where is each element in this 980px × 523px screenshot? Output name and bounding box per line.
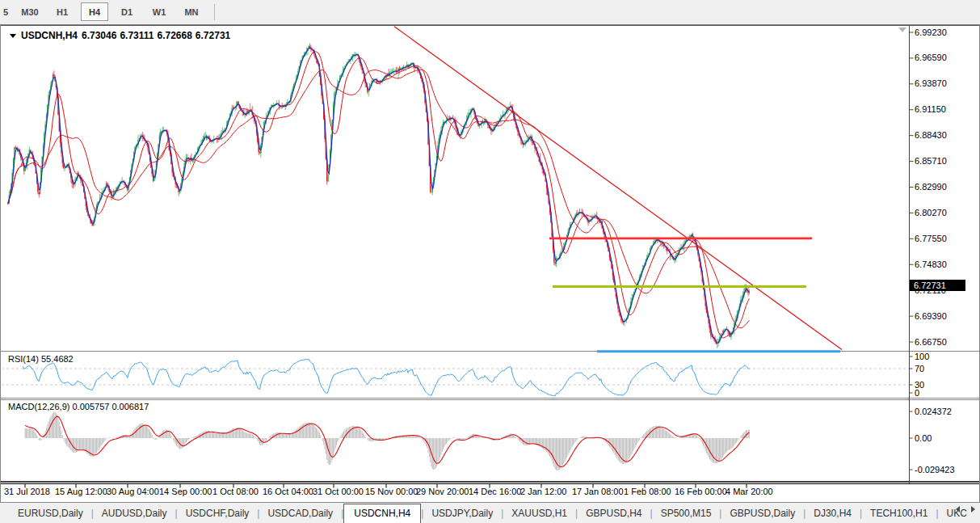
chart-title: USDCNH,H4 6.73046 6.73111 6.72668 6.7273… — [10, 30, 230, 41]
date-axis-label: 31 Oct 00:00 — [313, 487, 364, 496]
rsi-scale-label: 0 — [915, 388, 919, 398]
chart-tab-usdcad-daily[interactable]: USDCAD,Daily — [259, 504, 341, 522]
date-axis-label: 2 Jan 12:00 — [520, 487, 567, 496]
price-axis-label: 6.96590 — [915, 53, 947, 62]
rsi-name: RSI(14) — [8, 354, 39, 364]
price-axis-label: 6.88430 — [915, 130, 947, 140]
chart-tab-sp500-m15[interactable]: SP500,M15 — [653, 504, 720, 522]
date-axis-label: 1 Feb 08:00 — [624, 487, 671, 496]
chart-tab-dj30-h4[interactable]: DJ30,H4 — [805, 504, 860, 522]
macd-signal-line — [25, 416, 749, 466]
price-axis-label: 6.91150 — [915, 104, 946, 114]
ma-fast-line — [8, 52, 749, 338]
date-axis-label: 16 Oct 04:00 — [263, 487, 313, 496]
rsi-line — [23, 359, 750, 396]
rsi-scale-label: 70 — [915, 364, 924, 373]
rsi-value: 55.4682 — [41, 354, 74, 364]
macd-scale-label: 0.00 — [915, 433, 932, 443]
date-axis-label: 15 Aug 12:00 — [55, 487, 107, 496]
date-axis-label: 15 Nov 00:00 — [365, 487, 418, 496]
date-axis-label: 16 Feb 00:00 — [675, 487, 727, 496]
chart-tab-gbpusd-h4[interactable]: GBPUSD,H4 — [578, 504, 650, 522]
price-axis-label: 6.99230 — [915, 27, 947, 37]
symbol-tab-bar: EURUSD,Daily|AUDUSD,Daily|USDCHF,Daily|U… — [0, 502, 980, 523]
macd-scale-label: -0.029423 — [915, 465, 955, 474]
ma-blue-line — [8, 48, 749, 343]
price-axis-label: 6.82990 — [915, 182, 947, 192]
tab-scroll-arrows — [956, 506, 975, 512]
date-axis-label: 1 Oct 08:00 — [212, 487, 259, 496]
date-axis-label: 14 Dec 16:00 — [469, 487, 521, 496]
chart-tab-usdcnh-h4[interactable]: USDCNH,H4 — [343, 504, 421, 523]
price-axis-label: 6.66750 — [915, 337, 947, 347]
ma-slow-line — [8, 70, 749, 328]
candles-layer — [7, 44, 750, 348]
ohlc-open: 6.73046 — [82, 30, 116, 41]
chart-tab-xauusd-h1[interactable]: XAUUSD,H1 — [503, 504, 575, 522]
tabs-scroll-right-icon[interactable] — [971, 506, 975, 512]
mt4-terminal: 5M30H1H4D1W1MN USDCNH,H4 6.73046 6.73111… — [0, 0, 980, 523]
chart-shift-marker[interactable] — [898, 27, 906, 32]
macd-label: MACD(12,26,9) 0.005757 0.006817 — [8, 402, 149, 411]
chevron-down-icon[interactable] — [10, 34, 16, 38]
macd-value-main: 0.005757 — [72, 402, 109, 411]
tabs-scroll-left-icon[interactable] — [956, 506, 960, 512]
price-axis-label: 6.77550 — [915, 234, 947, 243]
date-axis-label: 31 Jul 2018 — [4, 487, 50, 496]
chart-tab-usdjpy-daily[interactable]: USDJPY,Daily — [423, 504, 501, 522]
price-axis-label: 6.69390 — [915, 311, 947, 321]
macd-scale-label: 0.024372 — [915, 407, 952, 416]
date-axis-label: 17 Jan 08:00 — [572, 487, 624, 496]
chart-tab-tech100-h1[interactable]: TECH100,H1 — [862, 504, 936, 522]
ohlc-high: 6.73111 — [120, 30, 154, 41]
rsi-label: RSI(14) 55.4682 — [8, 354, 74, 364]
ohlc-low: 6.72668 — [157, 30, 191, 41]
chart-canvas[interactable] — [0, 0, 980, 523]
date-axis-label: 4 Mar 20:00 — [726, 487, 773, 496]
price-axis-label: 6.93870 — [915, 78, 947, 88]
ohlc-close: 6.72731 — [196, 30, 230, 41]
price-axis-label: 6.85710 — [915, 156, 947, 166]
chart-tab-gbpusd-daily[interactable]: GBPUSD,Daily — [721, 504, 803, 522]
chart-tab-audusd-daily[interactable]: AUDUSD,Daily — [94, 504, 175, 522]
date-axis-label: 30 Aug 04:00 — [107, 487, 159, 496]
date-axis-label: 14 Sep 00:00 — [159, 487, 212, 496]
price-axis-label: 6.74830 — [915, 259, 947, 269]
macd-value-signal: 0.006817 — [111, 402, 149, 411]
macd-layer — [25, 412, 749, 470]
rsi-scale-label: 100 — [915, 352, 929, 361]
current-price-badge: 6.72731 — [910, 280, 965, 291]
chart-tab-eurusd-daily[interactable]: EURUSD,Daily — [10, 504, 91, 522]
symbol-timeframe: USDCNH,H4 — [21, 30, 78, 41]
macd-name: MACD(12,26,9) — [8, 402, 69, 411]
rsi-layer — [23, 359, 750, 396]
date-axis-label: 29 Nov 20:00 — [416, 487, 469, 496]
chart-tab-usdchf-daily[interactable]: USDCHF,Daily — [178, 504, 258, 522]
price-axis-label: 6.80270 — [915, 208, 947, 217]
